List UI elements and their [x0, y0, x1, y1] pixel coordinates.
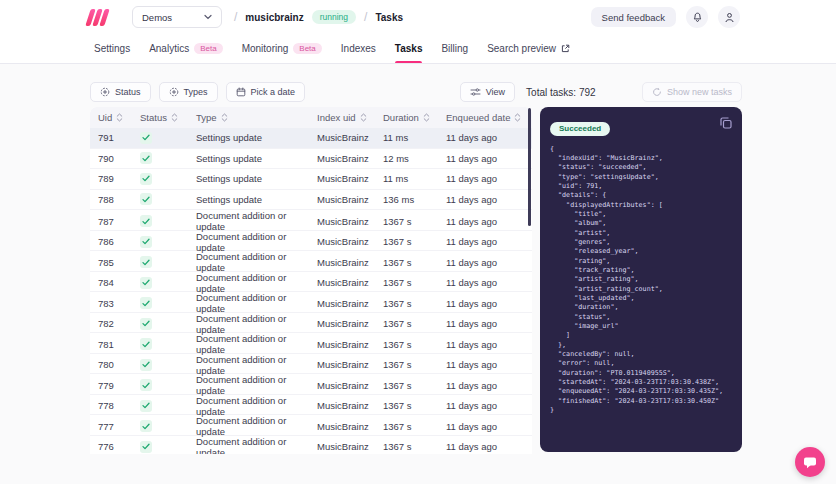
table-row[interactable]: 777 Document addition or update MusicBra… — [90, 415, 532, 436]
table-row[interactable]: 783 Document addition or update MusicBra… — [90, 292, 532, 313]
status-succeeded-icon — [140, 277, 152, 289]
copy-icon — [719, 116, 733, 130]
table-header-row: Uid Status Type — [90, 107, 532, 128]
tab-analytics[interactable]: Analytics Beta — [149, 34, 222, 63]
sort-icon — [423, 113, 430, 122]
table-row[interactable]: 788 Settings update MusicBrainz 136 ms 1… — [90, 190, 532, 211]
status-succeeded-icon — [140, 338, 152, 350]
table-row[interactable]: 790 Settings update MusicBrainz 12 ms 11… — [90, 149, 532, 170]
breadcrumb: / musicbrainz running / Tasks — [234, 10, 403, 24]
column-header-label: Duration — [383, 112, 419, 123]
column-header-label: Type — [196, 112, 217, 123]
meilisearch-logo-icon — [88, 9, 112, 26]
pick-a-date-label: Pick a date — [251, 87, 296, 97]
types-filter-button[interactable]: Types — [159, 82, 218, 102]
cell-enqueued-date: 11 days ago — [446, 153, 524, 164]
total-tasks-count: Total tasks: 792 — [526, 87, 595, 98]
table-row[interactable]: 791 Settings update MusicBrainz 11 ms 11… — [90, 128, 532, 149]
column-header-enqueued-date[interactable]: Enqueued date — [446, 112, 524, 123]
cell-type: Document addition or update — [196, 292, 317, 314]
column-header-status[interactable]: Status — [140, 112, 196, 123]
cell-duration: 1367 s — [383, 421, 446, 432]
cell-uid: 789 — [98, 173, 140, 184]
table-row[interactable]: 786 Document addition or update MusicBra… — [90, 231, 532, 252]
sort-icon — [171, 113, 178, 122]
breadcrumb-separator: / — [234, 10, 237, 24]
tab-label: Billing — [441, 43, 468, 54]
cell-type: Document addition or update — [196, 415, 317, 437]
cell-duration: 11 ms — [383, 173, 446, 184]
tab-label: Analytics — [149, 43, 189, 54]
column-header-index-uid[interactable]: Index uid — [317, 112, 383, 123]
table-row[interactable]: 781 Document addition or update MusicBra… — [90, 333, 532, 354]
main-content: Status Types Pick a date View Total task… — [0, 64, 836, 484]
status-succeeded-icon — [140, 236, 152, 248]
notifications-button[interactable] — [686, 6, 708, 28]
tasks-table: Uid Status Type — [90, 107, 532, 454]
tab-search-preview[interactable]: Search preview — [487, 34, 570, 63]
status-filter-button[interactable]: Status — [90, 82, 151, 102]
cell-type: Settings update — [196, 153, 317, 164]
copy-json-button[interactable] — [719, 116, 733, 130]
tab-label: Settings — [94, 43, 130, 54]
status-succeeded-icon — [140, 297, 152, 309]
cell-type: Document addition or update — [196, 333, 317, 355]
cell-duration: 1367 s — [383, 257, 446, 268]
cell-uid: 776 — [98, 441, 140, 452]
table-row[interactable]: 778 Document addition or update MusicBra… — [90, 395, 532, 416]
column-header-type[interactable]: Type — [196, 112, 317, 123]
cell-type: Settings update — [196, 132, 317, 143]
beta-badge: Beta — [293, 43, 321, 54]
cell-duration: 1367 s — [383, 216, 446, 227]
table-row[interactable]: 776 Document addition or update MusicBra… — [90, 436, 532, 455]
breadcrumb-page[interactable]: Tasks — [375, 12, 403, 23]
tab-indexes[interactable]: Indexes — [341, 34, 376, 63]
table-row[interactable]: 779 Document addition or update MusicBra… — [90, 374, 532, 395]
cell-duration: 1367 s — [383, 441, 446, 452]
tab-tasks[interactable]: Tasks — [395, 34, 423, 63]
cell-uid: 788 — [98, 194, 140, 205]
cell-index-uid: MusicBrainz — [317, 194, 383, 205]
table-row[interactable]: 782 Document addition or update MusicBra… — [90, 313, 532, 334]
cell-duration: 1367 s — [383, 380, 446, 391]
table-row[interactable]: 780 Document addition or update MusicBra… — [90, 354, 532, 375]
tab-settings[interactable]: Settings — [94, 34, 130, 63]
calendar-icon — [236, 87, 246, 97]
tab-bar: Settings Analytics Beta Monitoring Beta … — [0, 34, 836, 64]
cell-uid: 778 — [98, 400, 140, 411]
tab-monitoring[interactable]: Monitoring Beta — [242, 34, 322, 63]
cell-duration: 1367 s — [383, 277, 446, 288]
status-filter-label: Status — [115, 87, 141, 97]
tab-billing[interactable]: Billing — [441, 34, 468, 63]
status-succeeded-icon — [140, 152, 152, 164]
table-row[interactable]: 784 Document addition or update MusicBra… — [90, 272, 532, 293]
table-row[interactable]: 785 Document addition or update MusicBra… — [90, 251, 532, 272]
cell-duration: 1367 s — [383, 359, 446, 370]
project-selector-dropdown[interactable]: Demos — [132, 6, 222, 28]
chat-launcher-button[interactable] — [795, 447, 825, 477]
table-scrollbar[interactable] — [528, 108, 531, 226]
show-new-tasks-button[interactable]: Show new tasks — [642, 82, 742, 102]
cell-index-uid: MusicBrainz — [317, 298, 383, 309]
breadcrumb-instance[interactable]: musicbrainz — [245, 12, 303, 23]
cell-enqueued-date: 11 days ago — [446, 318, 524, 329]
status-succeeded-icon — [140, 318, 152, 330]
cell-uid: 782 — [98, 318, 140, 329]
column-header-label: Uid — [98, 112, 112, 123]
table-row[interactable]: 789 Settings update MusicBrainz 11 ms 11… — [90, 169, 532, 190]
pick-a-date-button[interactable]: Pick a date — [226, 82, 306, 102]
breadcrumb-separator: / — [364, 10, 367, 24]
cell-duration: 1367 s — [383, 339, 446, 350]
beta-badge: Beta — [194, 43, 222, 54]
view-button[interactable]: View — [460, 82, 515, 102]
account-button[interactable] — [718, 6, 740, 28]
table-row[interactable]: 787 Document addition or update MusicBra… — [90, 210, 532, 231]
status-succeeded-icon — [140, 359, 152, 371]
cell-index-uid: MusicBrainz — [317, 132, 383, 143]
tab-label: Search preview — [487, 43, 556, 54]
column-header-uid[interactable]: Uid — [98, 112, 140, 123]
send-feedback-button[interactable]: Send feedback — [591, 7, 676, 27]
column-header-duration[interactable]: Duration — [383, 112, 446, 123]
app-window: Demos / musicbrainz running / Tasks Send… — [0, 0, 836, 484]
status-succeeded-icon — [140, 173, 152, 185]
